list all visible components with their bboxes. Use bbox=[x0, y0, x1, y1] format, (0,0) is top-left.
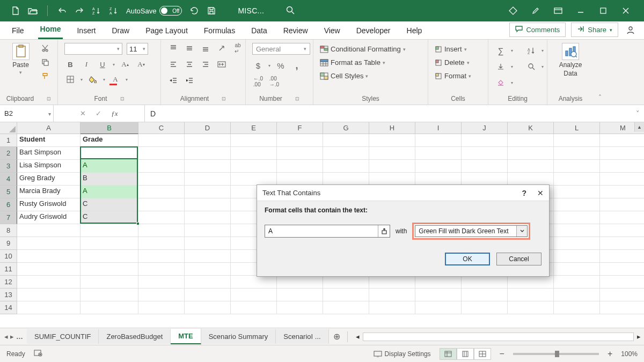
column-header[interactable]: D bbox=[185, 122, 231, 134]
cell[interactable] bbox=[17, 301, 80, 314]
close-icon[interactable]: ✕ bbox=[537, 189, 544, 197]
sort-desc-icon[interactable]: ZA bbox=[109, 6, 119, 16]
sheet-tab[interactable]: ZeroBasedBudget bbox=[99, 329, 171, 344]
cell[interactable] bbox=[277, 160, 323, 173]
cell[interactable] bbox=[138, 250, 185, 263]
font-color-icon[interactable]: A bbox=[109, 74, 121, 85]
cell[interactable] bbox=[185, 224, 231, 237]
currency-icon[interactable]: $ bbox=[252, 60, 264, 71]
account-icon[interactable] bbox=[624, 23, 638, 37]
fill-icon[interactable] bbox=[495, 61, 507, 72]
cell[interactable] bbox=[415, 289, 462, 301]
cell[interactable] bbox=[415, 301, 462, 314]
cell[interactable] bbox=[462, 301, 508, 314]
cell[interactable] bbox=[462, 276, 508, 289]
ok-button[interactable]: OK bbox=[445, 253, 490, 265]
open-file-icon[interactable] bbox=[28, 6, 38, 16]
sort-asc-icon[interactable]: AZ bbox=[92, 6, 101, 16]
cell[interactable] bbox=[462, 147, 508, 160]
cell[interactable] bbox=[554, 173, 600, 186]
cell[interactable] bbox=[185, 160, 231, 173]
cell[interactable]: Audry Griswold bbox=[17, 211, 80, 224]
cell[interactable] bbox=[80, 276, 138, 289]
collapse-ribbon-icon[interactable]: ˄ bbox=[594, 40, 606, 105]
row-header[interactable]: 4 bbox=[0, 173, 17, 186]
row-header[interactable]: 2 bbox=[0, 147, 17, 160]
align-right-icon[interactable] bbox=[200, 59, 211, 70]
cell[interactable] bbox=[554, 186, 600, 198]
close-icon[interactable] bbox=[620, 5, 631, 16]
sort-filter-icon[interactable]: AZ bbox=[525, 45, 537, 56]
format-as-table-button[interactable]: Format as Table ▾ bbox=[320, 58, 385, 67]
cell[interactable] bbox=[323, 276, 369, 289]
cell[interactable] bbox=[138, 224, 185, 237]
cell[interactable] bbox=[554, 147, 600, 160]
cell-styles-button[interactable]: Cell Styles ▾ bbox=[320, 72, 368, 80]
cell[interactable] bbox=[369, 134, 415, 147]
cell[interactable] bbox=[138, 237, 185, 250]
cell[interactable] bbox=[323, 134, 369, 147]
row-header[interactable]: 12 bbox=[0, 276, 17, 289]
new-sheet-button[interactable]: ⊕ bbox=[329, 331, 345, 342]
cell[interactable] bbox=[138, 263, 185, 276]
cell[interactable] bbox=[600, 224, 644, 237]
cell[interactable] bbox=[277, 301, 323, 314]
column-header[interactable]: F bbox=[277, 122, 323, 134]
minimize-icon[interactable] bbox=[575, 5, 586, 16]
help-icon[interactable]: ? bbox=[522, 189, 526, 197]
fx-icon[interactable]: ƒx bbox=[111, 109, 118, 118]
cell[interactable] bbox=[415, 134, 462, 147]
cut-icon[interactable] bbox=[39, 43, 51, 54]
formula-input[interactable]: D bbox=[145, 105, 631, 122]
cell[interactable] bbox=[369, 289, 415, 301]
cell[interactable] bbox=[80, 224, 138, 237]
font-size-select[interactable]: 11▾ bbox=[127, 43, 148, 55]
cell[interactable] bbox=[600, 147, 644, 160]
select-all-button[interactable] bbox=[0, 122, 17, 134]
cell[interactable] bbox=[508, 276, 554, 289]
cell[interactable] bbox=[508, 134, 554, 147]
copy-icon[interactable] bbox=[39, 57, 51, 68]
cell[interactable] bbox=[554, 198, 600, 211]
cell[interactable] bbox=[138, 211, 185, 224]
cell[interactable] bbox=[231, 301, 277, 314]
cell[interactable] bbox=[323, 147, 369, 160]
refresh-icon[interactable] bbox=[189, 6, 199, 16]
cell[interactable] bbox=[17, 224, 80, 237]
cell[interactable] bbox=[600, 276, 644, 289]
column-header[interactable]: J bbox=[462, 122, 508, 134]
row-header[interactable]: 11 bbox=[0, 263, 17, 276]
cell[interactable] bbox=[600, 250, 644, 263]
cell[interactable] bbox=[600, 237, 644, 250]
cell[interactable] bbox=[508, 301, 554, 314]
cell[interactable] bbox=[138, 160, 185, 173]
cell[interactable] bbox=[508, 147, 554, 160]
cell[interactable]: Marcia Brady bbox=[17, 186, 80, 198]
row-header[interactable]: 10 bbox=[0, 250, 17, 263]
cell[interactable] bbox=[185, 289, 231, 301]
paste-button[interactable]: Paste ▾ bbox=[6, 43, 35, 75]
delete-cells-button[interactable]: Delete ▾ bbox=[435, 58, 470, 67]
cell[interactable]: Rusty Griswold bbox=[17, 198, 80, 211]
diamond-icon[interactable] bbox=[508, 5, 518, 16]
cell[interactable] bbox=[185, 250, 231, 263]
column-header[interactable]: H bbox=[369, 122, 415, 134]
cell[interactable] bbox=[600, 301, 644, 314]
cell[interactable] bbox=[415, 173, 462, 186]
sheet-tab[interactable]: ScenarioI ... bbox=[276, 329, 328, 344]
scroll-right-icon[interactable]: ▸ bbox=[637, 333, 641, 341]
cell[interactable] bbox=[138, 147, 185, 160]
dialog-text-input[interactable] bbox=[265, 225, 390, 238]
dialog-title-bar[interactable]: Text That Contains ? ✕ bbox=[257, 185, 549, 201]
cell[interactable] bbox=[231, 289, 277, 301]
share-button[interactable]: Share ▾ bbox=[571, 23, 618, 37]
cell[interactable] bbox=[554, 160, 600, 173]
cell[interactable] bbox=[80, 250, 138, 263]
cell[interactable] bbox=[17, 289, 80, 301]
insert-cells-button[interactable]: Insert ▾ bbox=[435, 45, 467, 53]
cell[interactable] bbox=[554, 301, 600, 314]
tab-help[interactable]: Help bbox=[405, 23, 425, 39]
display-settings-button[interactable]: Display Settings bbox=[374, 350, 431, 358]
cell[interactable] bbox=[185, 211, 231, 224]
sheet-tab[interactable]: MTE bbox=[171, 329, 201, 344]
